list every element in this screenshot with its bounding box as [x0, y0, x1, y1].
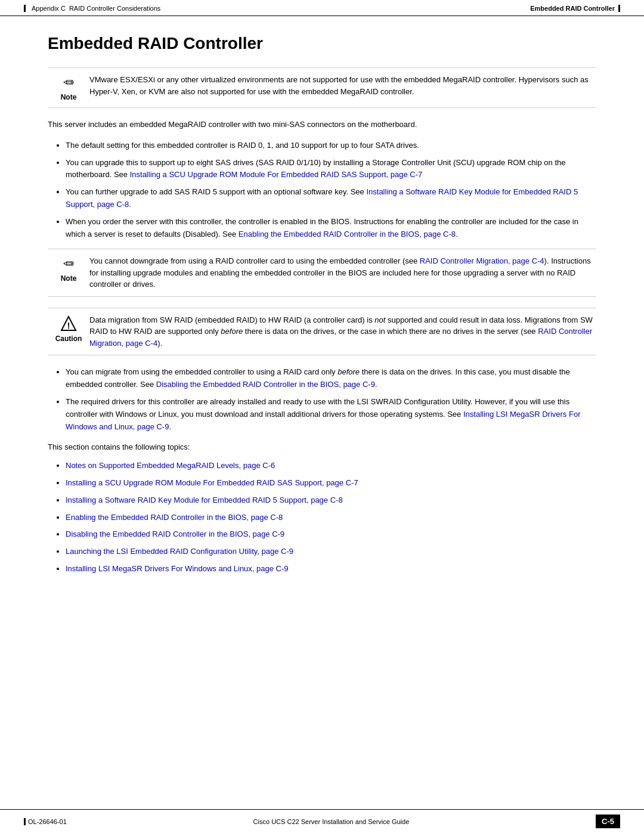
topic-link-7[interactable]: Installing LSI MegaSR Drivers For Window…	[66, 564, 289, 573]
list-item: Enabling the Embedded RAID Controller in…	[66, 512, 596, 524]
body-para-1: This server includes an embedded MegaRAI…	[48, 119, 596, 131]
note-label-1: Note	[61, 93, 77, 101]
caution-italic-before: before	[221, 327, 243, 336]
bullet-text-after: .	[456, 230, 458, 239]
footer-doc-number: OL-26646-01	[28, 818, 67, 825]
topics-intro: This section contains the following topi…	[48, 441, 596, 454]
caution-text: Data migration from SW RAID (embedded RA…	[89, 314, 596, 349]
topic-link-2[interactable]: Installing a SCU Upgrade ROM Module For …	[66, 478, 358, 487]
header-right-title: Embedded RAID Controller	[530, 5, 615, 12]
header-section: RAID Controller Considerations	[69, 5, 160, 12]
footer-bar-icon	[24, 818, 26, 825]
list-item: Installing a SCU Upgrade ROM Module For …	[66, 477, 596, 490]
header-left: Appendix C RAID Controller Consideration…	[24, 5, 160, 12]
link-enabling-bios[interactable]: Enabling the Embedded RAID Controller in…	[239, 230, 456, 239]
list-item: You can upgrade this to support up to ei…	[66, 157, 596, 182]
note-text-2: You cannot downgrade from using a RAID c…	[89, 255, 596, 290]
bullet-text: You can further upgrade to add SAS RAID …	[66, 187, 366, 196]
caution-label: Caution	[55, 335, 82, 343]
list-item: Notes on Supported Embedded MegaRAID Lev…	[66, 460, 596, 472]
topic-link-3[interactable]: Installing a Software RAID Key Module fo…	[66, 496, 343, 504]
list-item: When you order the server with this cont…	[66, 216, 596, 241]
bullet-text: The default setting for this embedded co…	[66, 141, 419, 150]
bullet-text-after: .	[375, 380, 377, 389]
caution-italic-not: not	[374, 315, 385, 324]
topic-link-4[interactable]: Enabling the Embedded RAID Controller in…	[66, 513, 283, 522]
note-icon-area-2: ✏ Note	[48, 255, 89, 283]
list-item: You can migrate from using the embedded …	[66, 366, 596, 391]
main-content: Embedded RAID Controller ✏ Note VMware E…	[0, 16, 644, 620]
caution-text-before: Data migration from SW RAID (embedded RA…	[89, 315, 374, 324]
note-box-1: ✏ Note VMware ESX/ESXi or any other virt…	[48, 67, 596, 108]
topic-link-1[interactable]: Notes on Supported Embedded MegaRAID Lev…	[66, 461, 275, 470]
topic-link-6[interactable]: Launching the LSI Embedded RAID Configur…	[66, 547, 293, 556]
footer-page-number: C-5	[596, 815, 620, 828]
bullet-list-1: The default setting for this embedded co…	[66, 140, 596, 241]
note-text-1: VMware ESX/ESXi or any other virtualized…	[89, 74, 596, 97]
footer-center: Cisco UCS C22 Server Installation and Se…	[253, 818, 410, 825]
svg-text:!: !	[67, 321, 70, 330]
header-right: Embedded RAID Controller	[530, 5, 620, 12]
list-item: The default setting for this embedded co…	[66, 140, 596, 152]
note2-text-before: You cannot downgrade from using a RAID c…	[89, 256, 420, 265]
topic-link-5[interactable]: Disabling the Embedded RAID Controller i…	[66, 529, 284, 538]
list-item: Launching the LSI Embedded RAID Configur…	[66, 546, 596, 558]
page-footer: OL-26646-01 Cisco UCS C22 Server Install…	[0, 809, 644, 833]
link-disabling-embedded[interactable]: Disabling the Embedded RAID Controller i…	[156, 380, 375, 389]
list-item: Installing a Software RAID Key Module fo…	[66, 494, 596, 507]
pencil-icon-2: ✏	[63, 256, 74, 272]
header-right-bar-icon	[618, 5, 620, 12]
link-scu-upgrade[interactable]: Installing a SCU Upgrade ROM Module For …	[130, 170, 423, 179]
footer-left: OL-26646-01	[24, 818, 67, 825]
bullet-text-after: .	[169, 422, 171, 431]
bullet-text: You can migrate from using the embedded …	[66, 367, 338, 376]
caution-text-after: ).	[157, 339, 162, 348]
bullet-text-after: .	[129, 200, 131, 209]
caution-icon-area: ! Caution	[48, 314, 89, 343]
bullet-list-2: You can migrate from using the embedded …	[66, 366, 596, 433]
caution-box: ! Caution Data migration from SW RAID (e…	[48, 308, 596, 356]
page-header: Appendix C RAID Controller Consideration…	[0, 0, 644, 16]
footer-right: C-5	[596, 815, 620, 828]
header-appendix: Appendix C	[32, 5, 66, 12]
caution-text-mid2: there is data on the drives, or the case…	[243, 327, 538, 336]
list-item: Installing LSI MegaSR Drivers For Window…	[66, 563, 596, 575]
list-item: The required drivers for this controller…	[66, 396, 596, 433]
caution-triangle-icon: !	[60, 315, 77, 332]
bullet-italic-before: before	[338, 367, 360, 376]
page-title: Embedded RAID Controller	[48, 34, 596, 53]
header-bar-icon	[24, 5, 26, 12]
list-item: Disabling the Embedded RAID Controller i…	[66, 528, 596, 541]
link-raid-migration-note2[interactable]: RAID Controller Migration, page C-4	[420, 256, 544, 265]
list-item: You can further upgrade to add SAS RAID …	[66, 186, 596, 211]
topics-list: Notes on Supported Embedded MegaRAID Lev…	[66, 460, 596, 575]
note-icon-area-1: ✏ Note	[48, 74, 89, 101]
note-label-2: Note	[61, 274, 77, 283]
pencil-icon: ✏	[63, 75, 74, 91]
note-box-2: ✏ Note You cannot downgrade from using a…	[48, 249, 596, 297]
